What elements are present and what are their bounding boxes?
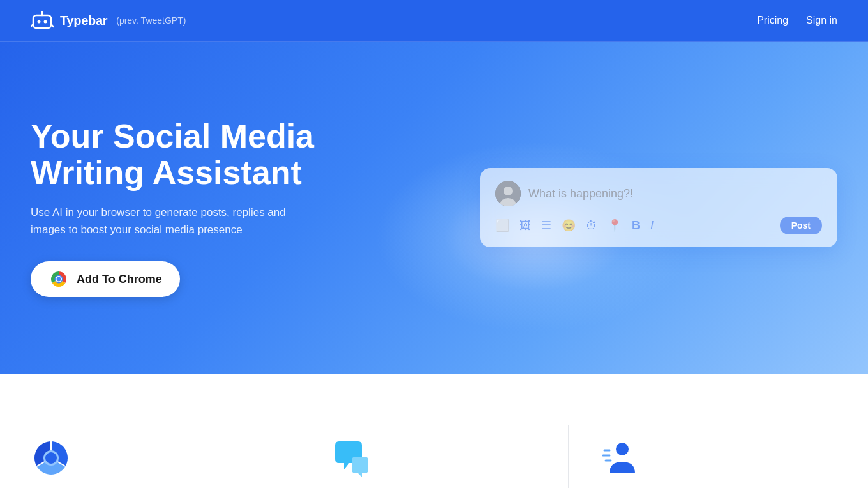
features-section: Works In Your Browser You can use your a… [0,374,868,488]
tc-icon-location: 📍 [608,218,622,233]
brand-prev: (prev. TweetGPT) [116,15,186,26]
navbar: Typebar (prev. TweetGPT) Pricing Sign in [0,0,868,42]
tc-avatar [495,181,521,206]
signin-link[interactable]: Sign in [806,15,837,26]
svg-rect-0 [33,15,51,28]
twitter-mockup: What is happening?! ⬜ 🖼 ☰ 😊 ⏱ 📍 B I Post [480,168,837,247]
svg-point-12 [504,187,513,195]
features-grid: Works In Your Browser You can use your a… [31,425,837,488]
brand-name: Typebar [60,13,107,28]
svg-point-4 [41,11,43,13]
hero-title: Your Social Media Writing Assistant [31,118,314,191]
nav-links: Pricing Sign in [757,15,837,26]
feature-browser: Works In Your Browser You can use your a… [31,425,299,488]
tc-icon-schedule: ⏱ [586,219,597,233]
tc-header: What is happening?! [495,181,822,206]
tc-icon-image: ⬜ [495,218,509,233]
feature-community: Join 10.000+ Users Come and be part of o… [569,425,837,488]
svg-point-19 [45,452,57,464]
add-to-chrome-button[interactable]: Add To Chrome [31,261,180,297]
hero-content: Your Social Media Writing Assistant Use … [31,118,314,298]
tc-icon-gif: 🖼 [520,219,531,233]
svg-point-2 [44,20,47,24]
hero-subtitle: Use AI in your browser to generate posts… [31,204,299,238]
hero-section: Your Social Media Writing Assistant Use … [0,42,868,374]
feature-community-icon [599,438,640,478]
tc-toolbar: ⬜ 🖼 ☰ 😊 ⏱ 📍 B I Post [495,217,822,234]
add-chrome-label: Add To Chrome [77,273,162,286]
tc-icon-bold: B [632,219,640,233]
tc-placeholder-text: What is happening?! [528,187,633,201]
feature-context-icon [330,438,371,478]
tc-icon-emoji: 😊 [562,218,576,233]
svg-point-10 [57,277,61,282]
tc-icon-italic: I [650,219,654,233]
pricing-link[interactable]: Pricing [757,15,788,26]
feature-context: Context Aware When generating text, the … [299,425,568,488]
tc-post-button[interactable]: Post [780,217,822,234]
tc-icon-list: ☰ [541,218,551,233]
chrome-icon [49,269,69,289]
feature-browser-icon [31,438,71,478]
twitter-card: What is happening?! ⬜ 🖼 ☰ 😊 ⏱ 📍 B I Post [480,168,837,247]
svg-point-1 [38,20,41,24]
brand-area: Typebar (prev. TweetGPT) [31,9,186,32]
svg-point-20 [616,443,629,455]
logo-icon [31,9,54,32]
